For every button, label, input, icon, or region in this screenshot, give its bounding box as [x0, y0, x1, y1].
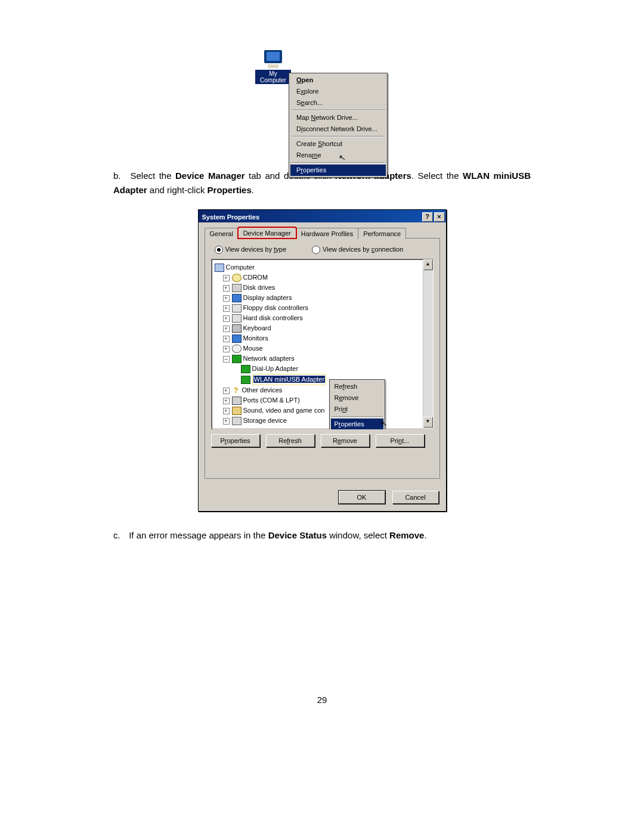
network-icon — [232, 355, 242, 363]
port-icon — [232, 397, 242, 405]
question-icon: ? — [232, 387, 240, 394]
monitor-icon — [232, 335, 242, 343]
node-dialup-adapter[interactable]: Dial-Up Adapter — [215, 364, 432, 374]
node-wlan-miniusb-adapter[interactable]: WLAN miniUSB Adapter — [215, 374, 432, 385]
vertical-scrollbar[interactable]: ▲ ▼ — [423, 259, 433, 428]
node-computer[interactable]: Computer — [215, 262, 432, 272]
node-hard-disk-controllers[interactable]: Hard disk controllers — [215, 313, 432, 323]
ok-button[interactable]: OK — [339, 491, 385, 504]
ctx-explore[interactable]: Explore — [290, 86, 386, 97]
collapse-icon[interactable] — [223, 356, 230, 363]
sound-icon — [232, 407, 242, 415]
tab-strip: General Device Manager Hardware Profiles… — [205, 227, 440, 239]
keyboard-icon — [232, 324, 242, 333]
node-display-adapters[interactable]: Display adapters — [215, 293, 432, 303]
properties-button[interactable]: Properties — [211, 434, 260, 447]
cursor-icon: ↖ — [379, 418, 388, 429]
help-button[interactable]: ? — [422, 212, 433, 222]
ctx-search[interactable]: Search... — [290, 97, 386, 109]
node-floppy-controllers[interactable]: Floppy disk controllers — [215, 303, 432, 313]
ctx-disconnect-drive[interactable]: Disconnect Network Drive... — [290, 123, 386, 135]
mouse-icon — [232, 345, 242, 353]
tab-general[interactable]: General — [205, 228, 239, 239]
ctx-open[interactable]: Open — [290, 75, 386, 86]
radio-view-by-connection[interactable]: View devices by connection — [312, 246, 403, 254]
my-computer-icon[interactable]: My Computer — [255, 48, 291, 85]
device-tree[interactable]: Computer CDROM Disk drives Display adapt… — [211, 259, 434, 428]
controller-icon — [232, 304, 242, 312]
node-monitors[interactable]: Monitors — [215, 333, 432, 343]
refresh-button[interactable]: Refresh — [266, 434, 315, 447]
ctx-create-shortcut[interactable]: Create Shortcut — [290, 138, 386, 150]
storage-icon — [232, 417, 242, 425]
cursor-icon: ↖ — [338, 152, 347, 163]
ctx-properties-tree[interactable]: Properties — [331, 419, 383, 430]
scroll-down-button[interactable]: ▼ — [423, 417, 433, 428]
tab-device-manager[interactable]: Device Manager — [238, 227, 296, 239]
print-button[interactable]: Print... — [376, 434, 425, 447]
node-keyboard[interactable]: Keyboard — [215, 323, 432, 333]
disk-icon — [232, 284, 242, 292]
monitor-icon — [264, 50, 282, 63]
node-sound-video-game[interactable]: Sound, video and game con — [215, 405, 432, 416]
computer-icon — [215, 264, 224, 272]
cdrom-icon — [232, 274, 242, 282]
instruction-step-c: c. If an error message appears in the De… — [113, 528, 531, 543]
figure-my-computer-context-menu: My Computer Open Explore Search... Map N… — [249, 48, 395, 158]
titlebar: System Properties ? × — [199, 210, 446, 222]
remove-button[interactable]: Remove — [321, 434, 370, 447]
context-menu: Open Explore Search... Map Network Drive… — [289, 73, 388, 178]
display-icon — [232, 294, 242, 302]
expand-icon[interactable] — [223, 275, 230, 281]
cancel-button[interactable]: Cancel — [392, 491, 439, 504]
tree-context-menu: Refresh Remove Print Properties — [329, 379, 385, 430]
ctx-remove[interactable]: Remove — [331, 392, 383, 404]
radio-view-by-type[interactable]: View devices by type — [215, 246, 287, 254]
tab-performance[interactable]: Performance — [358, 228, 406, 239]
node-cdrom[interactable]: CDROM — [215, 272, 432, 283]
node-disk-drives[interactable]: Disk drives — [215, 283, 432, 293]
my-computer-label: My Computer — [255, 70, 291, 84]
ctx-map-drive[interactable]: Map Network Drive... — [290, 112, 386, 123]
node-network-adapters[interactable]: Network adapters — [215, 354, 432, 364]
node-other-devices[interactable]: ?Other devices — [215, 385, 432, 395]
node-mouse[interactable]: Mouse — [215, 343, 432, 354]
tab-hardware-profiles[interactable]: Hardware Profiles — [296, 228, 358, 239]
figure-system-properties-dialog: System Properties ? × General Device Man… — [198, 209, 447, 512]
scroll-up-button[interactable]: ▲ — [423, 259, 433, 270]
ctx-print[interactable]: Print — [331, 404, 383, 415]
close-button[interactable]: × — [434, 212, 445, 222]
dialog-title: System Properties — [202, 213, 260, 221]
node-ports[interactable]: Ports (COM & LPT) — [215, 395, 432, 405]
node-storage-device[interactable]: Storage device — [215, 416, 432, 426]
ctx-properties[interactable]: Properties — [290, 165, 386, 176]
page-number: 29 — [0, 695, 644, 705]
ctx-refresh[interactable]: Refresh — [331, 381, 383, 392]
